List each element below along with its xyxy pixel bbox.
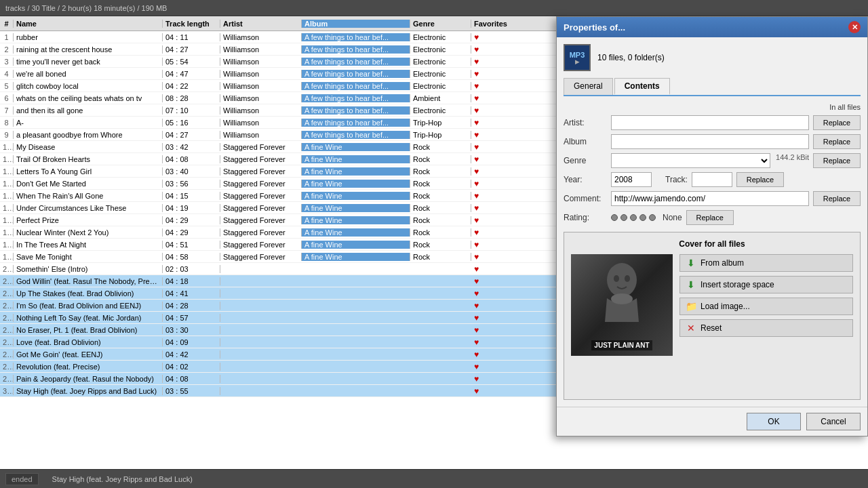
comment-field-row: Comment: Replace: [564, 191, 861, 206]
track-fav: ♥: [471, 33, 512, 42]
track-album: A fine Wine: [302, 192, 410, 200]
cancel-button[interactable]: Cancel: [806, 413, 861, 430]
track-genre: Rock: [410, 143, 471, 151]
track-length: 04 : 57: [163, 314, 220, 322]
track-artist: Williamson: [220, 70, 302, 78]
reset-button[interactable]: ✕ Reset: [679, 319, 853, 337]
insert-storage-button[interactable]: ⬇ Insert storage space: [679, 276, 853, 293]
track-name: Save Me Tonight: [14, 253, 163, 261]
track-genre: Rock: [410, 167, 471, 176]
track-length: 04 : 42: [163, 350, 220, 359]
track-artist: Staggered Forever: [220, 143, 302, 151]
track-album: A fine Wine: [302, 167, 410, 176]
insert-storage-icon: ⬇: [686, 279, 696, 290]
track-artist: Staggered Forever: [220, 167, 302, 176]
in-all-files-label: In all files: [564, 103, 861, 111]
rating-dot-2[interactable]: [620, 214, 627, 221]
load-image-button[interactable]: 📁 Load image...: [679, 298, 853, 315]
load-image-icon: 📁: [686, 301, 696, 312]
rating-dot-1[interactable]: [611, 214, 618, 221]
track-length: 03 : 40: [163, 167, 220, 176]
svg-point-3: [611, 293, 633, 304]
track-album: A few things to hear bef...: [302, 82, 410, 90]
file-info: MP3 ▶ 10 files, 0 folder(s): [564, 44, 861, 71]
from-album-button[interactable]: ⬇ From album: [679, 254, 853, 272]
track-artist: Williamson: [220, 45, 302, 54]
track-name: raining at the crescent house: [14, 45, 163, 54]
track-num: 16: [0, 216, 14, 224]
col-header-name[interactable]: Name: [14, 20, 163, 28]
track-artist: Staggered Forever: [220, 155, 302, 163]
track-num: 18: [0, 241, 14, 249]
track-artist: Williamson: [220, 94, 302, 102]
rating-dot-3[interactable]: [630, 214, 637, 221]
col-header-artist[interactable]: Artist: [220, 20, 302, 28]
track-length: 03 : 55: [163, 387, 220, 395]
track-genre: Rock: [410, 216, 471, 224]
rating-dots[interactable]: None: [611, 213, 682, 222]
track-genre: Rock: [410, 253, 471, 261]
comment-label: Comment:: [564, 194, 611, 203]
dialog-close-button[interactable]: ✕: [848, 21, 861, 33]
track-fav: ♥: [471, 57, 512, 66]
status-bar: ended Stay High (feat. Joey Ripps and Ba…: [0, 469, 868, 488]
artist-replace-button[interactable]: Replace: [813, 115, 861, 130]
rating-dot-5[interactable]: [649, 214, 656, 221]
album-replace-button[interactable]: Replace: [813, 134, 861, 149]
track-num: 3: [0, 58, 14, 66]
comment-replace-button[interactable]: Replace: [813, 191, 861, 206]
track-name: Trail Of Broken Hearts: [14, 155, 163, 163]
track-length: 03 : 42: [163, 143, 220, 151]
cover-image: JUST PLAIN ANT: [571, 254, 673, 356]
track-length: 04 : 22: [163, 82, 220, 90]
col-header-favorites[interactable]: Favorites: [471, 20, 512, 28]
track-genre: Rock: [410, 180, 471, 188]
track-info: tracks / 30 Title / 2 hour(s) 18 minute(…: [5, 4, 167, 12]
track-album: A few things to hear bef...: [302, 106, 410, 115]
comment-input[interactable]: [611, 191, 809, 206]
track-name: Nuclear Winter (Next 2 You): [14, 228, 163, 237]
track-artist: Williamson: [220, 58, 302, 66]
track-genre: Electronic: [410, 106, 471, 115]
col-header-genre[interactable]: Genre: [410, 20, 471, 28]
cover-art-label: JUST PLAIN ANT: [591, 340, 652, 350]
track-genre: Rock: [410, 192, 471, 200]
artist-input[interactable]: [611, 115, 809, 130]
genre-select-wrap: 144.2 kBit: [611, 153, 809, 168]
track-input[interactable]: [692, 172, 732, 187]
track-album: A few things to hear bef...: [302, 119, 410, 127]
track-fav: ♥: [471, 45, 512, 54]
track-genre: Electronic: [410, 33, 471, 41]
rating-label: Rating:: [564, 213, 611, 222]
rating-none-label: None: [663, 213, 682, 222]
year-input[interactable]: [611, 172, 652, 187]
col-header-num[interactable]: #: [0, 20, 14, 28]
track-name: Up The Stakes (feat. Brad Oblivion): [14, 289, 163, 298]
mp3-label: MP3: [570, 51, 585, 59]
track-artist: Staggered Forever: [220, 192, 302, 200]
ok-button[interactable]: OK: [747, 413, 801, 430]
genre-select[interactable]: [611, 153, 770, 168]
dialog-titlebar: Properties of... ✕: [557, 17, 867, 37]
rating-replace-button[interactable]: Replace: [686, 210, 734, 225]
reset-label: Reset: [701, 323, 722, 333]
tab-general[interactable]: General: [564, 78, 613, 95]
track-fav: ♥: [471, 130, 512, 140]
col-header-track[interactable]: Track length: [163, 20, 220, 28]
track-num: 6: [0, 94, 14, 102]
track-fav: ♥: [471, 264, 512, 274]
track-num: 17: [0, 228, 14, 237]
col-header-album[interactable]: Album: [302, 20, 410, 28]
cover-section: Cover for all files: [564, 232, 861, 400]
album-input[interactable]: [611, 134, 809, 149]
track-fav: ♥: [471, 203, 512, 213]
insert-storage-label: Insert storage space: [701, 280, 774, 289]
tab-contents[interactable]: Contents: [614, 78, 670, 95]
track-album: A few things to hear bef...: [302, 131, 410, 139]
year-replace-button[interactable]: Replace: [736, 172, 784, 187]
track-fav: ♥: [471, 142, 512, 152]
genre-replace-button[interactable]: Replace: [813, 153, 861, 168]
current-track: Stay High (feat. Joey Ripps and Bad Luck…: [52, 475, 193, 483]
rating-dot-4[interactable]: [639, 214, 646, 221]
track-artist: Staggered Forever: [220, 228, 302, 237]
